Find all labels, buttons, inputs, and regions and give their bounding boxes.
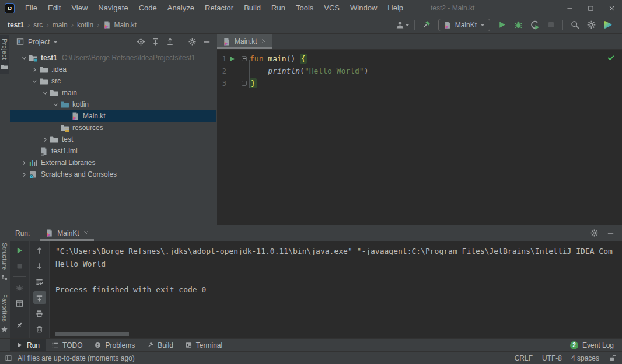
- stripe-button-project[interactable]: Project: [0, 35, 9, 74]
- chevron-down-icon[interactable]: [51, 100, 60, 109]
- status-item-4-spaces[interactable]: 4 spaces: [571, 354, 599, 362]
- stop-process-button[interactable]: [13, 260, 26, 272]
- search-everywhere-button[interactable]: [567, 18, 582, 32]
- run-with-profiler-button[interactable]: [527, 18, 542, 32]
- menu-item-file[interactable]: File: [20, 0, 43, 16]
- close-window-button[interactable]: [601, 0, 622, 16]
- rerun-button[interactable]: [13, 244, 26, 257]
- status-item-crlf[interactable]: CRLF: [515, 354, 533, 362]
- menu-item-vcs[interactable]: VCS: [319, 0, 345, 16]
- breadcrumb-item-main-kt[interactable]: Main.kt: [101, 20, 138, 29]
- up-stacktrace-button[interactable]: [33, 244, 46, 257]
- menu-item-tools[interactable]: Tools: [291, 0, 319, 16]
- win-min-icon: [606, 229, 615, 237]
- stripe-button-favorites[interactable]: Favorites: [0, 290, 9, 337]
- chevron-down-icon[interactable]: [30, 76, 39, 86]
- stop-button[interactable]: [543, 18, 558, 32]
- tree-item-test[interactable]: test: [10, 134, 216, 145]
- tool-window-button-terminal[interactable]: Terminal: [179, 339, 228, 351]
- menu-item-edit[interactable]: Edit: [43, 0, 66, 16]
- chevron-down-icon[interactable]: [40, 88, 50, 97]
- tool-window-button-run[interactable]: Run: [10, 339, 46, 351]
- minimize-window-button[interactable]: [559, 0, 580, 16]
- close-run-tab-button[interactable]: [83, 229, 89, 237]
- code-editor[interactable]: 1fun main() {2 println("Hello World")3}: [217, 50, 622, 89]
- clear-all-button[interactable]: [33, 323, 46, 335]
- pin-tab-button[interactable]: [13, 318, 26, 331]
- code-with-me-button[interactable]: [600, 18, 615, 32]
- status-item-utf-8[interactable]: UTF-8: [542, 354, 562, 362]
- console-horizontal-scrollbar[interactable]: [55, 332, 129, 336]
- expand-all-button[interactable]: [149, 36, 162, 48]
- run-settings-button[interactable]: [587, 227, 601, 240]
- down-stacktrace-button[interactable]: [33, 260, 46, 272]
- tree-item--idea[interactable]: .idea: [10, 64, 216, 75]
- close-tab-button[interactable]: [261, 37, 267, 46]
- tree-item-test1-iml[interactable]: test1.iml: [10, 145, 216, 157]
- breadcrumb-item-src[interactable]: src: [32, 21, 44, 29]
- menu-item-window[interactable]: Window: [345, 0, 382, 16]
- tool-window-button-problems[interactable]: Problems: [88, 339, 141, 351]
- chevron-right-icon[interactable]: [19, 170, 29, 179]
- console-line: [55, 271, 622, 284]
- view-options-button[interactable]: [186, 36, 199, 48]
- menu-item-navigate[interactable]: Navigate: [93, 0, 133, 16]
- scroll-to-end-button[interactable]: [33, 291, 46, 304]
- run-line-icon[interactable]: [226, 55, 238, 62]
- debug-button[interactable]: [511, 18, 526, 32]
- hide-run-window-button[interactable]: [603, 227, 617, 240]
- user-menu-button[interactable]: [395, 18, 410, 32]
- tree-item-scratches-and-consoles[interactable]: Scratches and Consoles: [10, 169, 216, 180]
- hide-tool-window-button[interactable]: [200, 36, 214, 48]
- toolwindow-switcher-icon[interactable]: [5, 354, 12, 362]
- chevron-down-icon[interactable]: [19, 53, 29, 62]
- tree-item-main-kt[interactable]: Main.kt: [10, 110, 216, 122]
- attach-debugger-button[interactable]: [13, 281, 26, 294]
- select-opened-file-button[interactable]: [134, 36, 148, 48]
- menu-item-help[interactable]: Help: [382, 0, 408, 16]
- fold-marker[interactable]: [238, 56, 250, 61]
- menu-item-view[interactable]: View: [66, 0, 93, 16]
- inspections-ok-icon[interactable]: [607, 54, 615, 62]
- collapse-all-button[interactable]: [163, 36, 177, 48]
- menu-item-build[interactable]: Build: [239, 0, 266, 16]
- tree-item-external-libraries[interactable]: External Libraries: [10, 157, 216, 169]
- breadcrumb-item-test1[interactable]: test1: [6, 21, 26, 29]
- breadcrumb-item-kotlin[interactable]: kotlin: [75, 21, 95, 29]
- menu-item-code[interactable]: Code: [134, 0, 162, 16]
- stripe-button-structure[interactable]: Structure: [0, 239, 9, 285]
- run-console[interactable]: "C:\Users\Borge Refsnes\.jdks\adopt-open…: [50, 241, 622, 338]
- build-project-button[interactable]: [419, 18, 434, 32]
- tool-window-button-build[interactable]: Build: [141, 339, 179, 351]
- menu-item-run[interactable]: Run: [266, 0, 291, 16]
- project-header-actions: [134, 36, 214, 48]
- event-log-button[interactable]: 2Event Log: [570, 341, 622, 349]
- project-view-title[interactable]: Project: [28, 38, 50, 46]
- fold-marker[interactable]: [238, 80, 250, 86]
- run-tab-mainkt[interactable]: MainKt: [40, 225, 93, 241]
- tool-window-button-todo[interactable]: TODO: [46, 339, 88, 351]
- win-max-icon: [587, 5, 595, 12]
- restore-layout-button[interactable]: [13, 297, 26, 310]
- fold-icon: [242, 56, 247, 61]
- print-button[interactable]: [33, 307, 46, 320]
- menu-item-refactor[interactable]: Refactor: [200, 0, 239, 16]
- tree-item-kotlin[interactable]: kotlin: [10, 99, 216, 110]
- chevron-right-icon[interactable]: [30, 65, 39, 74]
- editor-tab-main-kt[interactable]: Main.kt: [217, 34, 272, 49]
- breadcrumb-label: main: [53, 21, 68, 29]
- chevron-right-icon[interactable]: [19, 158, 29, 167]
- tree-item-main[interactable]: main: [10, 87, 216, 99]
- window-controls: [559, 0, 622, 16]
- breadcrumb-item-main[interactable]: main: [51, 21, 69, 29]
- tree-item-src[interactable]: src: [10, 75, 216, 87]
- settings-button[interactable]: [583, 18, 599, 32]
- menu-item-analyze[interactable]: Analyze: [162, 0, 200, 16]
- run-button[interactable]: [494, 18, 509, 32]
- maximize-window-button[interactable]: [580, 0, 601, 16]
- tree-item-test1[interactable]: test1C:\Users\Borge Refsnes\IdeaProjects…: [10, 52, 216, 64]
- tree-item-resources[interactable]: resources: [10, 122, 216, 134]
- soft-wrap-button[interactable]: [33, 275, 46, 288]
- run-configuration-select[interactable]: MainKt: [438, 19, 490, 32]
- chevron-right-icon[interactable]: [40, 135, 50, 144]
